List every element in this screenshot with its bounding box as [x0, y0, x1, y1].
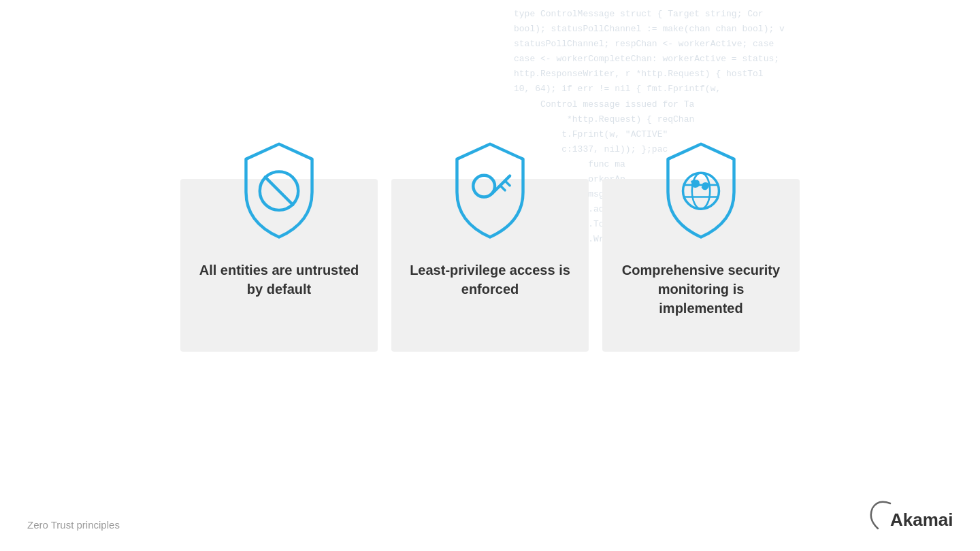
main-content: All entities are untrusted by default	[0, 0, 980, 551]
svg-point-7	[692, 173, 710, 209]
card-icon-area-privilege	[391, 138, 589, 240]
card-icon-area-untrusted	[180, 138, 378, 240]
card-least-privilege: Least-privilege access is enforced	[391, 179, 589, 352]
svg-line-5	[500, 186, 505, 190]
globe-shield-icon	[650, 138, 752, 240]
cards-container: All entities are untrusted by default	[180, 179, 800, 352]
ban-shield-icon	[228, 138, 330, 240]
svg-text:Akamai: Akamai	[890, 510, 953, 530]
card-untrusted-text: All entities are untrusted by default	[180, 261, 378, 299]
card-monitoring-text: Comprehensive security monitoring is imp…	[602, 261, 800, 318]
svg-point-6	[683, 173, 719, 209]
key-shield-icon	[439, 138, 541, 240]
akamai-logo-svg: Akamai	[864, 500, 953, 537]
svg-line-1	[265, 177, 293, 205]
card-untrusted: All entities are untrusted by default	[180, 179, 378, 352]
card-privilege-text: Least-privilege access is enforced	[391, 261, 589, 299]
card-monitoring: Comprehensive security monitoring is imp…	[602, 179, 800, 352]
akamai-logo: Akamai	[864, 500, 953, 537]
svg-line-4	[505, 181, 510, 186]
footer-label: Zero Trust principles	[27, 519, 120, 531]
card-icon-area-monitoring	[602, 138, 800, 240]
